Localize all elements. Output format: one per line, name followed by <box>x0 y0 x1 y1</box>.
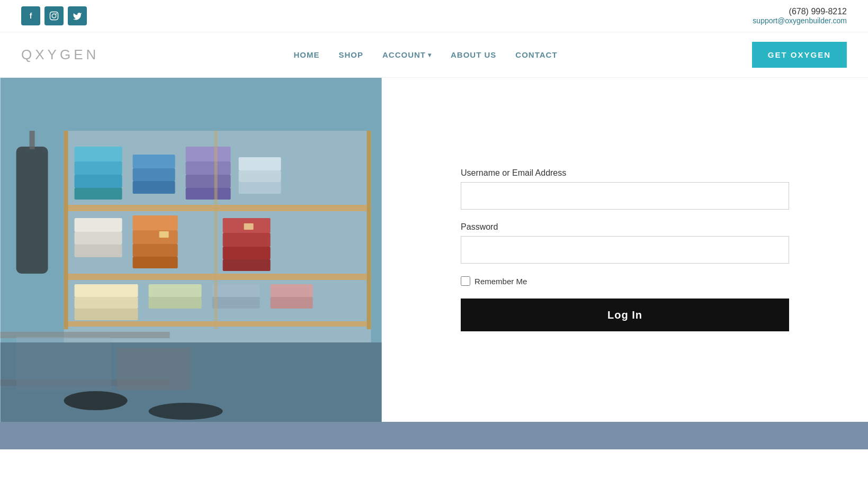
login-form-container: Username or Email Address Password Remem… <box>461 168 789 331</box>
svg-rect-44 <box>367 131 371 329</box>
email-address[interactable]: support@oxygenbuilder.com <box>753 16 847 25</box>
svg-point-1 <box>52 14 56 18</box>
svg-rect-6 <box>75 147 122 161</box>
social-icons-group: f <box>21 6 87 25</box>
svg-rect-33 <box>75 284 138 297</box>
nav-link-contact[interactable]: CONTACT <box>515 50 557 59</box>
svg-rect-27 <box>133 257 178 268</box>
top-bar: f (678) 999-8212 support@oxygenbuilder.c… <box>0 0 868 32</box>
svg-rect-41 <box>271 297 313 309</box>
password-label: Password <box>461 222 789 232</box>
main-nav: QXYGEN HOME SHOP ACCOUNT ABOUT US CONTAC… <box>0 32 868 78</box>
get-oxygen-button[interactable]: GET OXYGEN <box>752 42 847 68</box>
nav-links: HOME SHOP ACCOUNT ABOUT US CONTACT <box>293 50 557 60</box>
svg-rect-16 <box>186 188 231 200</box>
twitter-icon[interactable] <box>68 6 87 25</box>
password-input[interactable] <box>461 236 789 264</box>
svg-rect-19 <box>239 182 281 194</box>
svg-rect-17 <box>239 157 281 170</box>
svg-rect-34 <box>75 297 138 309</box>
svg-rect-14 <box>186 161 231 175</box>
svg-rect-37 <box>149 297 202 309</box>
instagram-icon[interactable] <box>44 6 64 25</box>
svg-rect-49 <box>30 131 35 149</box>
contact-info: (678) 999-8212 support@oxygenbuilder.com <box>753 7 847 25</box>
nav-item-home[interactable]: HOME <box>293 50 319 60</box>
svg-rect-10 <box>133 155 175 168</box>
main-content: Username or Email Address Password Remem… <box>0 78 868 422</box>
svg-rect-52 <box>159 231 169 238</box>
nav-link-account[interactable]: ACCOUNT <box>382 50 432 59</box>
svg-rect-26 <box>133 244 178 257</box>
svg-rect-9 <box>75 188 122 200</box>
svg-rect-21 <box>75 218 122 232</box>
remember-label: Remember Me <box>475 277 527 286</box>
facebook-icon[interactable]: f <box>21 6 40 25</box>
svg-rect-25 <box>133 230 178 244</box>
svg-rect-35 <box>75 309 138 320</box>
svg-rect-30 <box>223 247 271 259</box>
store-illustration <box>0 78 382 422</box>
svg-rect-12 <box>133 181 175 194</box>
svg-rect-40 <box>271 284 313 297</box>
password-group: Password <box>461 222 789 264</box>
site-logo[interactable]: QXYGEN <box>21 47 99 63</box>
svg-rect-24 <box>133 215 178 230</box>
svg-rect-43 <box>64 131 68 329</box>
svg-point-55 <box>64 391 128 410</box>
svg-rect-38 <box>212 284 260 297</box>
svg-rect-23 <box>75 245 122 257</box>
svg-point-56 <box>149 403 223 420</box>
svg-rect-18 <box>239 170 281 182</box>
username-input[interactable] <box>461 182 789 210</box>
footer-bar <box>0 422 868 449</box>
nav-item-about[interactable]: ABOUT US <box>451 50 496 60</box>
nav-item-account[interactable]: ACCOUNT <box>382 50 432 59</box>
remember-checkbox[interactable] <box>461 276 470 286</box>
svg-rect-8 <box>75 175 122 188</box>
svg-point-2 <box>56 13 57 14</box>
svg-rect-45 <box>214 131 218 329</box>
svg-rect-36 <box>149 284 202 297</box>
svg-rect-22 <box>75 232 122 245</box>
svg-rect-0 <box>50 12 58 20</box>
remember-me-group: Remember Me <box>461 276 789 286</box>
nav-item-shop[interactable]: SHOP <box>338 50 363 60</box>
nav-item-contact[interactable]: CONTACT <box>515 50 557 60</box>
hero-image <box>0 78 382 422</box>
nav-link-shop[interactable]: SHOP <box>338 50 363 59</box>
nav-link-home[interactable]: HOME <box>293 50 319 59</box>
svg-rect-15 <box>186 175 231 188</box>
svg-rect-53 <box>244 223 254 230</box>
svg-rect-31 <box>223 259 271 271</box>
phone-number: (678) 999-8212 <box>753 7 847 16</box>
login-button[interactable]: Log In <box>461 299 789 331</box>
svg-rect-48 <box>16 147 48 274</box>
username-group: Username or Email Address <box>461 168 789 210</box>
svg-rect-7 <box>75 161 122 175</box>
svg-rect-39 <box>212 297 260 309</box>
svg-rect-13 <box>186 147 231 161</box>
svg-rect-29 <box>223 233 271 247</box>
login-section: Username or Email Address Password Remem… <box>382 78 868 422</box>
username-label: Username or Email Address <box>461 168 789 178</box>
nav-link-about[interactable]: ABOUT US <box>451 50 496 59</box>
svg-rect-11 <box>133 168 175 181</box>
